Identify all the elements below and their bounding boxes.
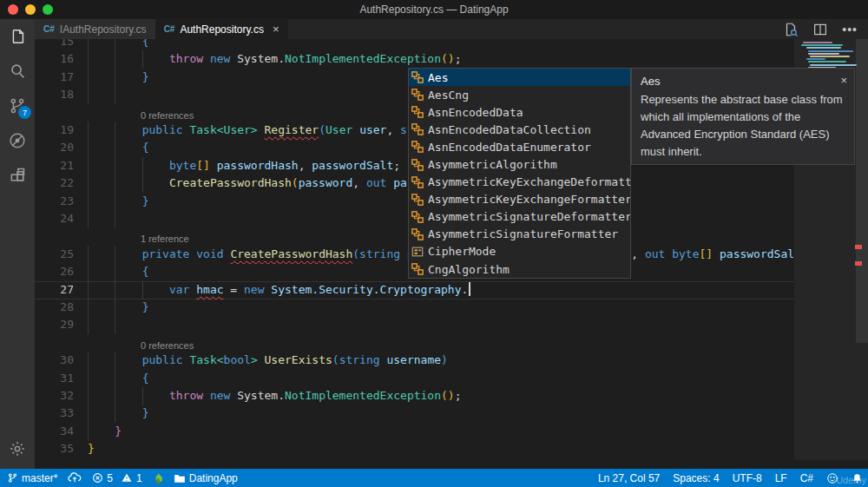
line-number: 24 (35, 210, 74, 227)
more-actions-icon[interactable]: ••• (842, 23, 858, 36)
language-mode-status[interactable]: C# (800, 472, 813, 484)
git-branch-status[interactable]: master* (7, 472, 57, 484)
suggest-item-asnencodeddata[interactable]: AsnEncodedData (409, 103, 630, 121)
suggest-item-asymmetricsignaturedeformatter[interactable]: AsymmetricSignatureDeformatter (409, 208, 630, 226)
suggest-item-label: AsymmetricAlgorithm (428, 158, 557, 171)
sidebar-item-extensions[interactable] (0, 158, 35, 193)
minimap-code-line (810, 64, 857, 66)
code-text: } (88, 299, 148, 316)
indent-guide (115, 86, 115, 104)
minimize-window-button[interactable] (25, 4, 36, 15)
class-symbol-icon (411, 106, 424, 118)
minimap-code-line (808, 53, 839, 55)
code-line: 15 { (35, 39, 868, 51)
code-text: throw new System.NotImplementedException… (88, 50, 462, 68)
error-overview-mark (855, 245, 862, 249)
workspace-status[interactable]: DatingApp (174, 472, 238, 484)
code-line: 32 throw new System.NotImplementedExcept… (35, 387, 868, 405)
search-icon (8, 62, 27, 81)
indent-guide (88, 210, 89, 228)
class-symbol-icon (411, 141, 424, 153)
class-symbol-icon (411, 176, 424, 188)
tab-bar: C# IAuthRepository.cs C# AuthRepository.… (35, 19, 868, 39)
code-text: } (88, 423, 122, 440)
suggest-item-aes[interactable]: Aes (409, 69, 630, 86)
line-number: 30 (35, 352, 74, 369)
split-editor-icon[interactable] (812, 22, 828, 37)
indent-guide (88, 86, 89, 104)
minimap-code-line (801, 44, 843, 46)
line-number: 31 (35, 370, 74, 387)
indentation-status[interactable]: Spaces: 4 (673, 472, 719, 484)
line-number: 32 (35, 387, 74, 405)
feedback-smiley-icon[interactable] (826, 472, 838, 484)
vertical-scrollbar[interactable] (856, 39, 868, 343)
code-text: { (88, 370, 148, 387)
suggest-item-label: AsymmetricSignatureDeformatter (428, 210, 630, 223)
suggest-item-label: AesCng (428, 89, 469, 102)
suggest-docs-panel: Aes × Represents the abstract base class… (631, 68, 855, 165)
close-tab-icon[interactable]: × (273, 23, 279, 35)
window-title: AuthRepository.cs — DatingApp (0, 3, 868, 16)
encoding-status[interactable]: UTF-8 (733, 472, 762, 484)
suggest-item-asymmetricsignatureformatter[interactable]: AsymmetricSignatureFormatter (409, 226, 630, 243)
minimap-code-line (803, 42, 832, 43)
enum-symbol-icon (411, 246, 424, 258)
close-icon[interactable]: × (840, 75, 847, 86)
tab-label: IAuthRepository.cs (60, 23, 147, 36)
close-window-button[interactable] (8, 4, 18, 15)
zoom-window-button[interactable] (43, 4, 53, 15)
cursor-position-status[interactable]: Ln 27, Col 57 (598, 472, 660, 484)
suggest-item-ciphermode[interactable]: CipherMode (409, 243, 630, 260)
sidebar-item-source-control[interactable]: 7 (0, 89, 35, 123)
suggest-item-label: AsnEncodedDataCollection (428, 123, 591, 136)
suggest-item-asnencodeddatacollection[interactable]: AsnEncodedDataCollection (409, 121, 630, 138)
codelens[interactable]: 0 references (35, 334, 868, 352)
minimap-code-line (808, 61, 846, 63)
scm-changes-badge: 7 (18, 106, 31, 119)
suggest-item-aescng[interactable]: AesCng (409, 86, 630, 103)
suggest-item-asymmetricalgorithm[interactable]: AsymmetricAlgorithm (409, 155, 630, 173)
doc-title: Aes (641, 75, 660, 88)
class-symbol-icon (411, 228, 424, 240)
error-count: 5 (107, 472, 113, 484)
warning-count: 1 (136, 472, 142, 484)
suggest-item-label: Aes (428, 71, 448, 84)
sidebar-item-debug[interactable] (0, 123, 35, 158)
text-cursor (469, 282, 470, 296)
suggest-item-asnencodeddataenumerator[interactable]: AsnEncodedDataEnumerator (409, 138, 630, 155)
suggest-item-cngalgorithm[interactable]: CngAlgorithm (409, 260, 630, 278)
manage-button[interactable] (0, 434, 35, 464)
notifications-bell-icon[interactable] (852, 472, 863, 484)
code-line: 28 } (35, 299, 868, 317)
code-line: 33 } (35, 405, 868, 423)
tab-iauthrepository[interactable]: C# IAuthRepository.cs (35, 19, 155, 39)
folder-icon (174, 473, 186, 484)
code-line: 34 } (35, 423, 868, 441)
vscode-window: AuthRepository.cs — DatingApp 7 (0, 0, 868, 487)
suggest-item-asymmetrickeyexchangeformatter[interactable]: AsymmetricKeyExchangeFormatter (409, 191, 630, 208)
suggest-item-label: CngAlgorithm (428, 263, 510, 276)
class-symbol-icon (411, 194, 424, 206)
eol-status[interactable]: LF (775, 472, 787, 484)
class-symbol-icon (411, 71, 424, 83)
class-symbol-icon (411, 211, 424, 223)
problems-status[interactable]: 5 1 (92, 472, 141, 484)
sidebar-item-explorer[interactable] (0, 19, 35, 54)
sidebar-item-search[interactable] (0, 54, 35, 89)
cloud-upload-icon (68, 472, 82, 484)
code-text: } (88, 193, 148, 210)
open-changes-icon[interactable] (783, 22, 799, 37)
status-bar: master* 5 1 (0, 469, 868, 487)
csharp-file-icon: C# (164, 24, 175, 34)
suggest-item-asymmetrickeyexchangedeformatter[interactable]: AsymmetricKeyExchangeDeformatter (409, 174, 630, 191)
flame-extension-status[interactable] (153, 472, 163, 484)
code-text: } (88, 440, 95, 457)
files-icon (8, 27, 27, 46)
activity-bar: 7 (0, 19, 35, 469)
suggest-item-label: AsnEncodedDataEnumerator (428, 141, 591, 154)
tab-authrepository[interactable]: C# AuthRepository.cs × (155, 19, 288, 39)
line-number: 27 (35, 281, 74, 299)
code-text: { (88, 263, 148, 280)
sync-status[interactable] (68, 472, 82, 484)
